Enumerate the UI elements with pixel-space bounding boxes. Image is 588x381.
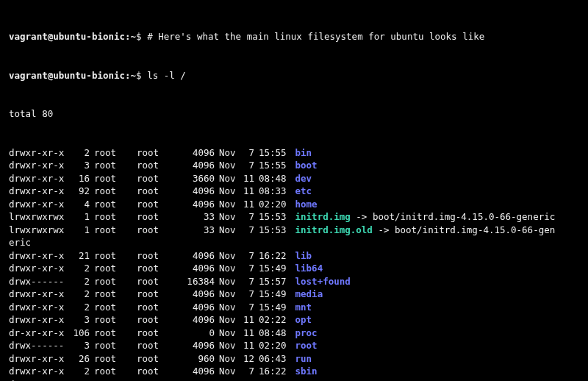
- ls-day: 7: [240, 159, 254, 172]
- ls-permissions: drwxr-xr-x: [9, 262, 69, 275]
- ls-month: Nov: [219, 275, 240, 288]
- ls-filename: root: [295, 340, 318, 351]
- ls-group: root: [137, 275, 179, 288]
- ls-user: root: [94, 159, 137, 172]
- ls-month: Nov: [219, 210, 240, 224]
- ls-filename: initrd.img.old: [295, 224, 373, 235]
- ls-wrapped-line: eric: [9, 236, 579, 249]
- ls-month: Nov: [219, 198, 240, 211]
- ls-size: 33: [179, 224, 215, 237]
- ls-time: 02:20: [259, 198, 290, 211]
- ls-time: 08:33: [259, 185, 290, 198]
- prompt-colon: :: [125, 70, 131, 81]
- ls-user: root: [94, 146, 137, 160]
- ls-group: root: [137, 224, 179, 237]
- ls-link-count: 2: [69, 262, 90, 275]
- ls-time: 02:20: [259, 378, 290, 382]
- ls-user: root: [94, 301, 137, 314]
- ls-time: 15:53: [259, 224, 290, 237]
- ls-group: root: [137, 365, 179, 378]
- ls-user: root: [94, 378, 137, 382]
- ls-day: 11: [240, 327, 254, 340]
- ls-link-count: 2: [69, 146, 90, 160]
- ls-month: Nov: [219, 378, 240, 382]
- ls-row: drwxr-xr-x4 rootroot4096 Nov11 02:20 hom…: [9, 198, 579, 211]
- command-ls: ls -l /: [147, 70, 186, 81]
- ls-size: 3660: [179, 172, 215, 185]
- ls-month: Nov: [219, 288, 240, 301]
- ls-filename: lib64: [295, 263, 323, 274]
- ls-day: 7: [240, 301, 254, 314]
- prompt-dollar: $: [136, 70, 142, 81]
- ls-filename: proc: [295, 327, 318, 338]
- ls-group: root: [137, 339, 179, 352]
- ls-group: root: [137, 301, 179, 314]
- ls-size: 33: [179, 210, 215, 224]
- terminal-window[interactable]: vagrant@ubuntu-bionic:~$ # Here's what t…: [0, 0, 588, 381]
- ls-month: Nov: [219, 249, 240, 263]
- ls-day: 12: [240, 352, 254, 366]
- ls-row: dr-xr-xr-x106 rootroot0 Nov11 08:48 proc: [9, 327, 579, 340]
- ls-month: Nov: [219, 301, 240, 314]
- ls-permissions: drwxr-xr-x: [9, 313, 69, 327]
- ls-link-count: 1: [69, 224, 90, 237]
- ls-month: Nov: [219, 313, 240, 327]
- ls-size: 4096: [179, 249, 215, 263]
- ls-total: total 80: [9, 107, 579, 121]
- ls-user: root: [94, 275, 137, 288]
- ls-filename: dev: [295, 173, 312, 184]
- ls-size: 4096: [179, 339, 215, 352]
- ls-filename: lib: [295, 250, 312, 261]
- ls-row: drwx------3 rootroot4096 Nov11 02:20 roo…: [9, 339, 579, 352]
- ls-day: 11: [240, 313, 254, 327]
- ls-day: 7: [240, 224, 254, 237]
- ls-user: root: [94, 288, 137, 301]
- ls-filename: bin: [295, 147, 312, 158]
- ls-month: Nov: [219, 339, 240, 352]
- prompt-user-host: vagrant@ubuntu-bionic: [9, 70, 125, 81]
- ls-day: 7: [240, 275, 254, 288]
- ls-link-count: 2: [69, 378, 90, 382]
- ls-day: 7: [240, 288, 254, 301]
- ls-filename: initrd.img: [295, 211, 351, 222]
- ls-time: 15:49: [259, 288, 290, 301]
- ls-day: 11: [240, 185, 254, 198]
- ls-permissions: drwxr-xr-x: [9, 288, 69, 301]
- ls-link-count: 2: [69, 288, 90, 301]
- ls-user: root: [94, 365, 137, 378]
- ls-link-count: 16: [69, 172, 90, 185]
- ls-row: drwxr-xr-x2 rootroot4096 Nov7 15:49 medi…: [9, 288, 579, 301]
- ls-time: 16:22: [259, 249, 290, 263]
- ls-group: root: [137, 185, 179, 198]
- ls-size: 4096: [179, 146, 215, 160]
- ls-permissions: drwxr-xr-x: [9, 352, 69, 366]
- ls-day: 7: [240, 146, 254, 160]
- ls-user: root: [94, 210, 137, 224]
- ls-permissions: drwx------: [9, 339, 69, 352]
- ls-output: drwxr-xr-x2 rootroot4096 Nov7 15:55 bind…: [9, 146, 579, 382]
- ls-group: root: [137, 327, 179, 340]
- ls-size: 4096: [179, 301, 215, 314]
- ls-row: drwxr-xr-x2 rootroot4096 Nov7 15:49 mnt: [9, 301, 579, 314]
- ls-permissions: drwxr-xr-x: [9, 378, 69, 382]
- ls-user: root: [94, 249, 137, 263]
- ls-time: 15:49: [259, 262, 290, 275]
- ls-month: Nov: [219, 159, 240, 172]
- ls-row: drwxr-xr-x2 rootroot4096 Nov11 02:20 sna…: [9, 378, 579, 382]
- ls-link-count: 3: [69, 313, 90, 327]
- ls-user: root: [94, 339, 137, 352]
- ls-link-count: 21: [69, 249, 90, 263]
- ls-permissions: lrwxrwxrwx: [9, 210, 69, 224]
- ls-day: 7: [240, 210, 254, 224]
- ls-time: 15:55: [259, 159, 290, 172]
- ls-user: root: [94, 262, 137, 275]
- ls-day: 11: [240, 198, 254, 211]
- prompt-line-1: vagrant@ubuntu-bionic:~$ # Here's what t…: [9, 30, 579, 43]
- ls-link-count: 1: [69, 210, 90, 224]
- ls-link-count: 4: [69, 198, 90, 211]
- prompt-path: ~: [131, 70, 137, 81]
- ls-user: root: [94, 198, 137, 211]
- ls-filename: media: [295, 288, 323, 299]
- ls-permissions: drwxr-xr-x: [9, 365, 69, 378]
- ls-link-count: 106: [69, 327, 90, 340]
